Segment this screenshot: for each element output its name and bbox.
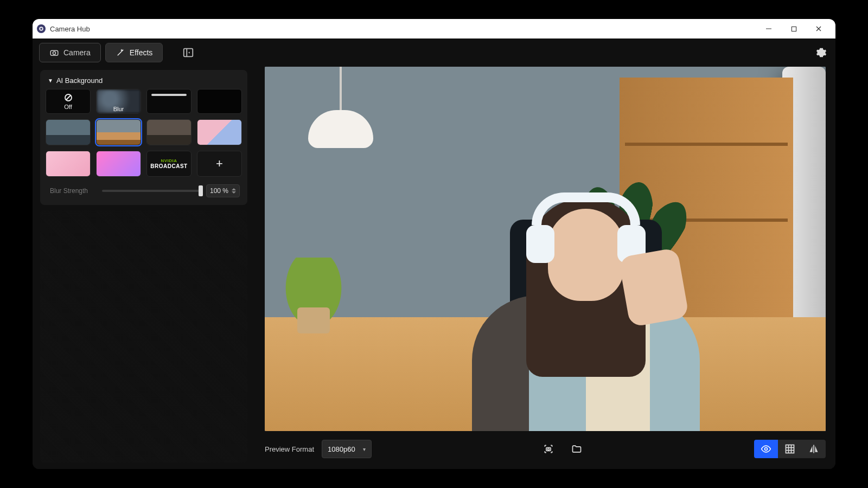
topbar: Camera Effects (33, 38, 835, 67)
off-icon (63, 93, 73, 102)
minimize-button[interactable] (756, 19, 781, 38)
bg-option-illustration-1[interactable] (197, 119, 242, 145)
preview-format-select[interactable]: 1080p60 ▾ (322, 440, 372, 458)
main-area: Preview Format 1080p60 ▾ (255, 67, 835, 469)
panel-header[interactable]: ▼ AI Background (46, 75, 242, 89)
bg-blur-label: Blur (97, 106, 141, 112)
panel-title: AI Background (56, 76, 103, 85)
bg-option-photo-loft[interactable] (146, 119, 192, 145)
photo-thumb-3 (147, 120, 191, 145)
app-icon (37, 24, 46, 33)
titlebar: Camera Hub (33, 19, 835, 38)
app-body: Camera Effects ▼ AI Background (33, 38, 835, 469)
svg-point-1 (40, 28, 42, 30)
tab-camera[interactable]: Camera (39, 43, 101, 62)
effects-sidebar: ▼ AI Background Off Blur (33, 67, 255, 469)
close-button[interactable] (806, 19, 831, 38)
stepper[interactable] (232, 188, 236, 194)
preview-format-value: 1080p60 (328, 445, 355, 453)
gear-icon (816, 47, 827, 58)
bg-option-black[interactable] (197, 89, 242, 114)
camera-icon (49, 48, 59, 57)
snapshot-button[interactable] (539, 440, 558, 458)
svg-point-11 (548, 448, 550, 450)
step-up-icon[interactable] (232, 188, 236, 190)
blur-strength-label: Blur Strength (50, 187, 97, 195)
bg-option-frame[interactable] (146, 89, 192, 114)
preview-wrap (265, 67, 826, 431)
bg-option-nvidia-broadcast[interactable]: NVIDIA BROADCAST (146, 151, 192, 177)
plus-icon: + (216, 157, 223, 171)
view-mode-preview[interactable] (754, 440, 778, 458)
view-mode-group (754, 440, 826, 458)
open-folder-button[interactable] (567, 440, 586, 458)
caret-down-icon: ▼ (48, 78, 53, 84)
slider-thumb[interactable] (199, 185, 203, 196)
svg-line-9 (66, 95, 71, 100)
settings-button[interactable] (814, 45, 829, 60)
window-title: Camera Hub (50, 25, 90, 33)
svg-rect-13 (786, 445, 794, 453)
bg-option-blur[interactable]: Blur (96, 89, 141, 114)
bg-option-illustration-2[interactable] (46, 151, 91, 177)
blur-strength-row: Blur Strength 100 % (46, 177, 242, 197)
app-window: Camera Hub Camera Effects (33, 19, 835, 469)
bg-option-photo-office[interactable] (46, 119, 91, 145)
illust-thumb-3 (97, 151, 141, 176)
view-mode-mirror[interactable] (802, 440, 826, 458)
chevron-down-icon: ▾ (363, 446, 366, 452)
background-grid: Off Blur (46, 89, 242, 177)
svg-rect-3 (792, 27, 796, 31)
bg-option-illustration-3[interactable] (96, 151, 141, 177)
tab-effects-label: Effects (130, 48, 153, 57)
svg-point-5 (53, 52, 55, 54)
bg-off-label: Off (64, 104, 72, 110)
camera-snapshot-icon (543, 444, 554, 454)
blur-strength-value-box[interactable]: 100 % (206, 184, 240, 197)
blur-strength-slider[interactable] (102, 190, 201, 192)
bg-option-add[interactable]: + (197, 151, 242, 177)
nvidia-brand-label: NVIDIA (150, 158, 187, 163)
grid-icon (784, 444, 795, 454)
view-mode-grid[interactable] (778, 440, 802, 458)
collapse-sidebar-button[interactable] (182, 47, 194, 59)
illust-thumb-1 (197, 120, 241, 145)
preview-format-label: Preview Format (265, 445, 314, 453)
photo-thumb-1 (46, 120, 90, 145)
folder-icon (571, 444, 582, 454)
tab-camera-label: Camera (63, 48, 91, 57)
panel-collapse-icon (182, 47, 194, 59)
bg-option-off[interactable]: Off (46, 89, 91, 114)
svg-point-12 (765, 448, 768, 451)
blur-strength-value: 100 % (210, 187, 228, 195)
camera-preview (265, 67, 826, 431)
maximize-button[interactable] (781, 19, 806, 38)
eye-icon (761, 444, 771, 454)
photo-thumb-2 (97, 120, 141, 145)
tab-effects[interactable]: Effects (105, 43, 163, 62)
mirror-icon (808, 444, 819, 454)
magic-wand-icon (116, 48, 125, 57)
content: ▼ AI Background Off Blur (33, 67, 835, 469)
illust-thumb-2 (46, 151, 90, 176)
ai-background-panel: ▼ AI Background Off Blur (40, 70, 247, 205)
step-down-icon[interactable] (232, 191, 236, 194)
sidebar-pattern (40, 210, 247, 463)
svg-rect-2 (766, 29, 771, 29)
bottom-toolbar: Preview Format 1080p60 ▾ (265, 431, 826, 461)
bg-option-photo-livingroom[interactable] (96, 119, 141, 145)
broadcast-label: BROADCAST (150, 163, 187, 169)
